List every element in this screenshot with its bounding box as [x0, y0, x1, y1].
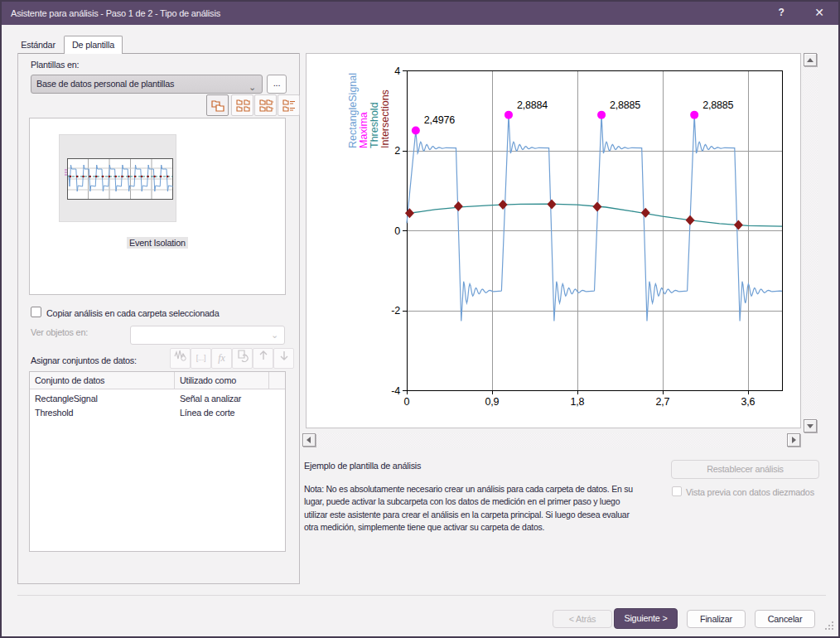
- svg-text:-4: -4: [391, 385, 400, 397]
- list-icon: [259, 99, 273, 113]
- copy-analysis-checkbox[interactable]: [31, 307, 41, 317]
- arrow-left-icon: [307, 437, 311, 443]
- view-objects-label: Ver objetos en:: [31, 327, 88, 337]
- dataset-cell: Threshold: [35, 406, 73, 420]
- close-button[interactable]: ✕: [812, 6, 827, 19]
- templates-combobox-value: Base de datos personal de plantillas: [36, 79, 174, 89]
- footer-separator: [17, 595, 826, 596]
- svg-text:2,8885: 2,8885: [610, 99, 640, 111]
- column-header-stub: [269, 372, 285, 389]
- datasets-table-header: Conjunto de datos Utilizado como: [30, 372, 285, 389]
- column-header-used-as[interactable]: Utilizado como: [175, 372, 269, 389]
- template-thumbnail-chart: [64, 158, 173, 200]
- formula-button[interactable]: fx: [211, 348, 232, 369]
- assign-toolbar: [...] fx: [170, 348, 294, 369]
- column-header-dataset[interactable]: Conjunto de datos: [30, 372, 175, 389]
- datasets-table[interactable]: Conjunto de datos Utilizado como Rectang…: [29, 371, 286, 552]
- template-list[interactable]: Event Isolation: [29, 118, 286, 295]
- svg-text:4: 4: [394, 65, 400, 77]
- note-text: Nota: No es absolutamente necesario crea…: [304, 483, 633, 534]
- legend-rectanglesignal: RectangleSignal: [347, 73, 359, 148]
- table-row[interactable]: RectangleSignalSeñal a analizar: [30, 392, 285, 406]
- signal-icon: [174, 349, 187, 362]
- assign-datasets-label: Asignar conjuntos de datos:: [31, 355, 137, 365]
- template-item-label[interactable]: Event Isolation: [30, 238, 285, 248]
- used-as-cell: Línea de corte: [180, 406, 234, 420]
- view-large-icons-button[interactable]: [206, 94, 229, 116]
- back-button[interactable]: < Atrás: [553, 610, 612, 628]
- help-button[interactable]: ?: [775, 7, 788, 18]
- browse-templates-button[interactable]: ...: [267, 75, 287, 94]
- tab-estandar[interactable]: Estándar: [13, 36, 63, 53]
- arrow-down-icon: [278, 349, 291, 362]
- templates-combobox[interactable]: Base de datos personal de plantillas ⌄: [31, 75, 263, 94]
- arrow-up-icon: [807, 58, 813, 62]
- chevron-down-icon: ⌄: [249, 79, 256, 96]
- view-list-button[interactable]: [254, 94, 277, 116]
- move-down-button[interactable]: [273, 348, 294, 369]
- legend-maxima: Maxima: [358, 112, 369, 148]
- dataset-cell: RectangleSignal: [35, 392, 98, 406]
- view-details-button[interactable]: [278, 94, 300, 116]
- details-icon: [282, 99, 297, 113]
- chart-horizontal-scrollbar[interactable]: [302, 433, 800, 447]
- svg-text:2,8885: 2,8885: [702, 99, 733, 111]
- view-small-icons-button[interactable]: [231, 94, 253, 116]
- scroll-right-button[interactable]: [787, 433, 800, 447]
- chevron-down-icon: ⌄: [271, 330, 278, 341]
- reset-analysis-button[interactable]: Restablecer análisis: [671, 460, 819, 479]
- paste-icon: [236, 349, 249, 362]
- large-icons-icon: [211, 99, 225, 113]
- arrow-up-icon: [257, 349, 270, 362]
- cancel-button[interactable]: Cancelar: [755, 610, 815, 628]
- small-icons-icon: [236, 99, 250, 113]
- paste-button[interactable]: [232, 348, 253, 369]
- svg-text:0,9: 0,9: [485, 396, 500, 408]
- svg-text:0: 0: [394, 225, 400, 237]
- finish-button[interactable]: Finalizar: [687, 610, 746, 628]
- fx-icon: fx: [218, 352, 224, 364]
- view-objects-combobox: ⌄: [130, 326, 285, 345]
- brackets-button[interactable]: [...]: [191, 348, 211, 369]
- window-title: Asistente para análisis - Paso 1 de 2 - …: [11, 8, 220, 18]
- resize-grip[interactable]: [825, 621, 835, 631]
- chart-vertical-scrollbar[interactable]: [804, 53, 818, 433]
- chart-container: 420-2-400,91,82,73,62,49762,88842,88852,…: [306, 53, 801, 428]
- svg-text:2,8884: 2,8884: [517, 99, 548, 111]
- move-up-button[interactable]: [253, 348, 273, 369]
- next-button[interactable]: Siguiente >: [614, 608, 678, 629]
- copy-analysis-label: Copiar análisis en cada carpeta seleccio…: [46, 308, 219, 318]
- brackets-icon: [...]: [196, 354, 206, 362]
- dialog-window: Asistente para análisis - Paso 1 de 2 - …: [0, 0, 840, 638]
- svg-text:-2: -2: [391, 305, 400, 317]
- legend-threshold: Threshold: [369, 102, 380, 148]
- scroll-down-button[interactable]: [804, 419, 817, 433]
- svg-text:0: 0: [404, 396, 410, 408]
- arrow-down-icon: [807, 424, 813, 428]
- table-row[interactable]: ThresholdLínea de corte: [30, 406, 285, 420]
- titlebar[interactable]: Asistente para análisis - Paso 1 de 2 - …: [2, 2, 838, 25]
- used-as-cell: Señal a analizar: [180, 392, 241, 406]
- example-label: Ejemplo de plantilla de análisis: [304, 461, 421, 471]
- svg-text:3,6: 3,6: [741, 396, 755, 408]
- preview-decimated-label: Vista previa con datos diezmados: [686, 487, 814, 497]
- svg-text:2,7: 2,7: [655, 396, 669, 408]
- templates-in-label: Plantillas en:: [31, 60, 79, 70]
- template-thumbnail[interactable]: [59, 134, 176, 222]
- arrow-right-icon: [792, 437, 796, 443]
- svg-text:1,8: 1,8: [571, 396, 585, 408]
- scroll-up-button[interactable]: [804, 53, 817, 66]
- tab-de-plantilla[interactable]: De plantilla: [64, 36, 123, 54]
- scroll-left-button[interactable]: [302, 433, 316, 447]
- svg-text:2,4976: 2,4976: [424, 114, 455, 126]
- svg-text:2: 2: [394, 145, 400, 157]
- preview-decimated-checkbox[interactable]: [672, 486, 682, 496]
- signal-button[interactable]: [170, 348, 191, 369]
- legend-intersections: Intersections: [379, 89, 391, 148]
